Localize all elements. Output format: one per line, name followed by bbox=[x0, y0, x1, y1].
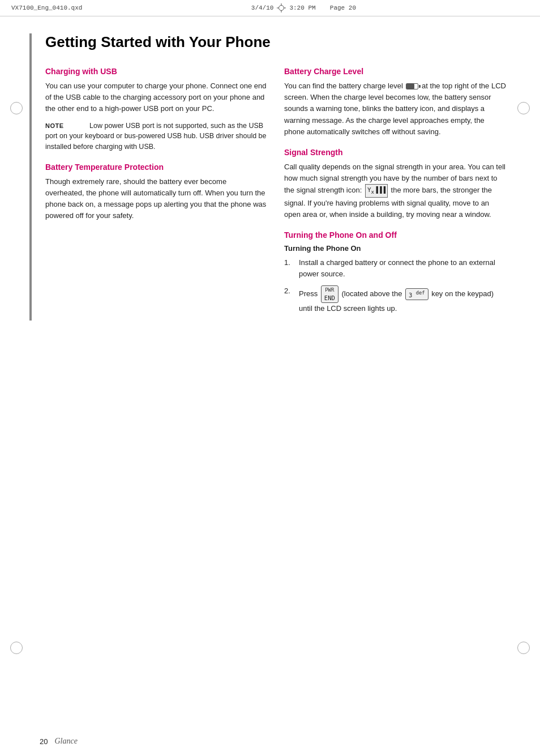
header-right-space bbox=[525, 5, 529, 11]
signal-strength-icon: Yx▐▐▐ bbox=[365, 184, 388, 197]
right-column: Battery Charge Level You can find the ba… bbox=[284, 67, 506, 320]
heading-charging-usb: Charging with USB bbox=[45, 67, 267, 76]
file-time: 3:20 PM bbox=[289, 5, 315, 11]
heading-battery-temp: Battery Temperature Protection bbox=[45, 163, 267, 172]
section-battery-charge: Battery Charge Level You can find the ba… bbox=[284, 67, 506, 138]
heading-turning-on-off: Turning the Phone On and Off bbox=[284, 230, 506, 240]
file-info: VX7100_Eng_0410.qxd bbox=[11, 5, 82, 11]
page-wrapper: VX7100_Eng_0410.qxd 3/4/10 3:20 PM Page … bbox=[0, 0, 540, 756]
step-1: 1. Install a charged battery or connect … bbox=[284, 257, 506, 280]
pwr-end-key: PWR END bbox=[321, 285, 338, 303]
battery-level-icon bbox=[406, 83, 418, 89]
step-2-located: (located above the bbox=[341, 289, 402, 298]
step-1-num: 1. bbox=[284, 257, 294, 268]
file-header: VX7100_Eng_0410.qxd 3/4/10 3:20 PM Page … bbox=[0, 0, 540, 16]
left-column: Charging with USB You can use your compu… bbox=[45, 67, 267, 320]
page-number: 20 bbox=[40, 737, 48, 746]
two-col-layout: Charging with USB You can use your compu… bbox=[45, 67, 506, 320]
step-2-press: Press bbox=[299, 289, 318, 298]
page-title: Getting Started with Your Phone bbox=[45, 33, 506, 51]
battery-fill bbox=[406, 84, 414, 89]
heading-signal-strength: Signal Strength bbox=[284, 148, 506, 157]
pwr-label: PWR bbox=[324, 287, 335, 294]
body-signal-strength: Call quality depends on the signal stren… bbox=[284, 161, 506, 220]
file-page-label: Page 20 bbox=[330, 5, 356, 11]
footer-brand: Glance bbox=[54, 737, 77, 746]
section-turning-on-off: Turning the Phone On and Off Turning the… bbox=[284, 230, 506, 315]
body-battery-charge: You can find the battery charge level at… bbox=[284, 80, 506, 138]
body-charging-usb: You can use your computer to charge your… bbox=[45, 80, 267, 152]
heading-battery-charge: Battery Charge Level bbox=[284, 67, 506, 76]
section-battery-temp: Battery Temperature Protection Though ex… bbox=[45, 163, 267, 222]
note-charging-usb: NOTE Low power USB port is not supported… bbox=[45, 121, 267, 152]
left-border-bar bbox=[29, 33, 32, 321]
reg-mark-right-bottom bbox=[517, 642, 530, 654]
key-3-def: 3 def bbox=[405, 288, 428, 300]
section-signal-strength: Signal Strength Call quality depends on … bbox=[284, 148, 506, 220]
reg-mark-left-bottom bbox=[10, 642, 23, 654]
step-2-content: Press PWR END (located above the 3 def k… bbox=[299, 285, 506, 314]
sub-heading-turning-on: Turning the Phone On bbox=[284, 244, 506, 253]
note-text: Low power USB port is not supported, suc… bbox=[45, 122, 267, 151]
step-2: 2. Press PWR END (located above the 3 de… bbox=[284, 285, 506, 314]
file-date: 3/4/10 bbox=[251, 5, 274, 11]
content-area: Getting Started with Your Phone Charging… bbox=[0, 16, 540, 338]
note-label: NOTE bbox=[45, 122, 64, 129]
step-2-num: 2. bbox=[284, 285, 294, 297]
page-footer: 20 Glance bbox=[40, 737, 506, 746]
step-1-text: Install a charged battery or connect the… bbox=[299, 257, 506, 280]
body-battery-temp: Though extremely rare, should the batter… bbox=[45, 176, 267, 222]
turning-on-steps: 1. Install a charged battery or connect … bbox=[284, 257, 506, 315]
section-charging-usb: Charging with USB You can use your compu… bbox=[45, 67, 267, 152]
